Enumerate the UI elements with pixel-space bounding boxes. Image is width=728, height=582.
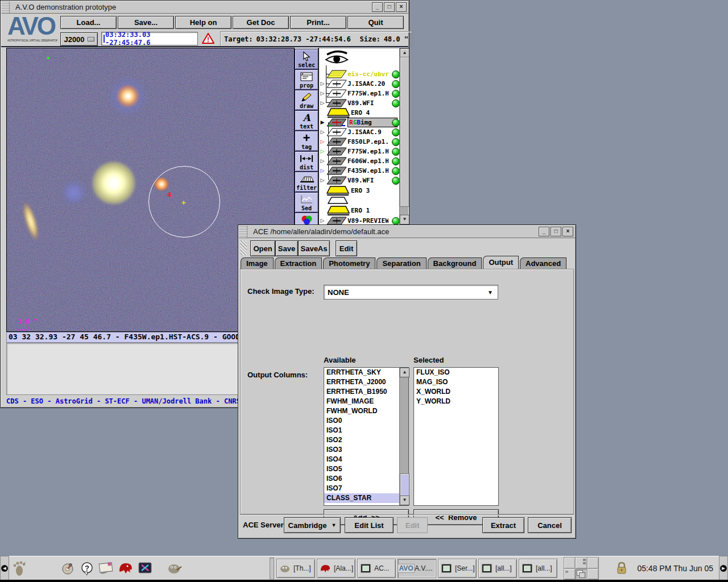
tab-background[interactable]: Background [428,257,482,269]
taskbar-window-all1[interactable]: [all...] [478,559,517,578]
minimize-icon[interactable]: _ [372,2,383,12]
layer-visibility-ball[interactable] [392,148,400,156]
layer-marker[interactable]: ▷ [319,156,326,166]
check-image-type-select[interactable]: NONE ▼ [324,285,498,300]
list-item[interactable]: ISO6 [324,474,400,484]
main-titlebar[interactable]: A.V.O demonstration prototype _ □ × [1,1,408,14]
layer-marker[interactable]: ▷ [319,127,326,137]
close-icon[interactable]: × [396,2,407,12]
layer-visibility-ball[interactable] [392,138,400,146]
print-button[interactable]: Print... [290,16,346,29]
panel-collapse-left-icon[interactable]: ◀ [0,556,9,581]
layer-marker[interactable]: ▷ [319,137,326,147]
help-button[interactable]: Help on [175,16,231,29]
workspace-4[interactable] [564,569,575,580]
layer-row-folder[interactable]: ERO 3 [319,185,399,205]
available-list-scrollbar[interactable]: ▲ ▼ [399,368,408,505]
list-item[interactable]: FWHM_IMAGE [324,397,400,406]
toolbar-drag-grip[interactable] [240,240,247,255]
layer-visibility-ball[interactable] [392,217,400,225]
layer-visibility-ball[interactable] [392,99,400,107]
layer-visibility-ball[interactable] [392,119,400,127]
taskbar-window-aladin-browser[interactable]: [Ala...] [317,559,355,578]
taskbar-window-server[interactable]: [Ser...] [438,559,477,578]
lock-icon[interactable] [612,558,631,579]
layer-visibility-ball[interactable] [392,177,400,185]
layer-row[interactable]: ▷ F775W.ep1.HST [319,147,399,156]
cancel-button[interactable]: Cancel [528,517,572,533]
layer-marker[interactable]: ▷ [319,79,326,89]
extract-button[interactable]: Extract [482,517,524,533]
open-menu-button[interactable]: Open [250,240,275,256]
list-item[interactable]: ERRTHETA_SKY [324,368,400,377]
list-item[interactable]: ISO1 [324,426,400,435]
layer-row[interactable]: ▷ J.ISAAC.9 [319,127,399,137]
tool-text[interactable]: A text [295,110,318,131]
panel-collapse-right-icon[interactable]: ▶ [719,556,728,581]
getdoc-button[interactable]: Get Doc [233,16,289,29]
list-item[interactable]: ISO3 [324,445,400,455]
list-item[interactable]: ISO5 [324,464,400,474]
tool-distance[interactable]: dist [295,151,318,172]
maximize-icon[interactable]: □ [551,227,561,236]
layer-visibility-ball[interactable] [392,70,400,78]
scroll-down-icon[interactable]: ▼ [400,215,409,225]
quit-button[interactable]: Quit [348,16,404,29]
gimp-icon[interactable] [165,558,184,579]
selected-list[interactable]: FLUX_ISO MAG_ISO X_WORLD Y_WORLD [413,367,499,506]
maximize-icon[interactable]: □ [384,2,395,12]
layer-marker[interactable]: ▷ [319,176,326,185]
workspace-6[interactable] [588,569,598,580]
save-menu-button[interactable]: Save [275,240,298,256]
screenshot-tool-icon[interactable] [135,558,155,579]
tab-separation[interactable]: Separation [377,257,426,269]
taskbar-window-gimp[interactable]: [Th...] [276,559,315,578]
ace-server-select[interactable]: Cambridge ▼ [284,517,341,533]
coordinate-input[interactable]: 03:32:33.03 -27:45:47.6 [101,32,198,45]
help-browser-icon[interactable] [58,558,77,579]
list-item[interactable]: ISO0 [324,416,400,426]
taskbar-window-ace[interactable]: AC... [357,559,396,578]
tool-tag[interactable]: + tag [295,131,318,151]
minimize-icon[interactable]: _ [539,227,549,236]
mail-icon[interactable] [97,558,116,579]
tool-properties[interactable]: prop [295,69,318,90]
scrollbar-thumb[interactable] [400,473,410,496]
workspace-5-active[interactable] [576,569,586,580]
window-menu-icon[interactable] [239,226,247,238]
tasklist-drag-grip[interactable] [270,558,274,579]
list-item-selected[interactable]: CLASS_STAR [324,493,400,503]
layer-visibility-ball[interactable] [392,157,400,165]
list-item[interactable]: X_WORLD [414,387,498,397]
taskbar-window-all2[interactable]: [all...] [519,559,557,578]
layer-marker[interactable]: ▷ [319,147,326,156]
layer-row[interactable]: eis-cc/ubvri [319,69,399,79]
layer-visibility-ball[interactable] [392,167,400,175]
question-help-icon[interactable]: ? [77,558,97,579]
tab-output[interactable]: Output [483,256,519,269]
workspace-3[interactable] [588,558,598,568]
tab-extraction[interactable]: Extraction [275,257,322,269]
list-item[interactable]: Y_WORLD [414,397,498,406]
edit-button[interactable]: Edit [397,517,428,533]
frame-select[interactable]: J2000 [60,32,98,46]
saveas-menu-button[interactable]: SaveAs [298,240,330,256]
list-item[interactable]: ISO4 [324,455,400,464]
layer-row-folder[interactable]: ERO 4 [319,107,399,118]
save-button[interactable]: Save... [118,16,174,29]
layer-marker[interactable]: ▷ [319,166,326,176]
tab-photometry[interactable]: Photometry [323,257,375,269]
ace-titlebar[interactable]: ACE /home/allen/aladin/demo/default.ace … [239,226,575,238]
layer-visibility-ball[interactable] [392,90,400,98]
workspace-1[interactable] [564,558,575,568]
layer-row-selected[interactable]: ▶ R G B img [319,118,399,127]
list-item[interactable]: ISO7 [324,484,400,493]
workspace-pager[interactable] [564,557,599,580]
edit-menu-button[interactable]: Edit [336,240,357,256]
window-menu-icon[interactable] [1,1,10,13]
layer-visibility-ball[interactable] [392,80,400,88]
scroll-up-icon[interactable]: ▲ [400,368,410,377]
close-icon[interactable]: × [562,227,573,236]
list-item[interactable]: FWHM_WORLD [324,406,400,416]
tool-sed[interactable]: Sed [295,192,318,213]
